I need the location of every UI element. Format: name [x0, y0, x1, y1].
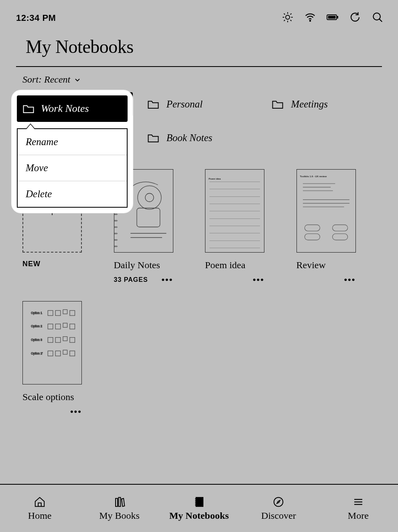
- notebook-title: Scale options: [22, 392, 102, 403]
- svg-rect-26: [305, 234, 320, 240]
- svg-line-7: [284, 20, 285, 21]
- svg-point-16: [145, 193, 154, 202]
- svg-rect-17: [137, 208, 160, 227]
- sort-label: Sort: Recent: [22, 74, 70, 85]
- thumb-heading: Toolkits 1.6 - UX review: [300, 175, 327, 178]
- context-target-folder[interactable]: Work Notes: [17, 95, 128, 122]
- svg-rect-50: [196, 497, 203, 506]
- notebook-icon: [193, 496, 205, 508]
- svg-rect-32: [70, 311, 75, 316]
- svg-line-6: [290, 20, 292, 21]
- more-icon[interactable]: •••: [344, 275, 355, 285]
- notebook-scale-options[interactable]: Option 1 Option 2 Option 3 Option 2' Sca…: [22, 301, 102, 417]
- svg-rect-31: [63, 309, 67, 314]
- folder-label: Book Notes: [167, 132, 213, 144]
- status-icons: [282, 11, 384, 25]
- svg-line-14: [379, 19, 382, 22]
- notebook-poem-idea[interactable]: Poem idea Poem idea •••: [205, 169, 284, 285]
- books-icon: [114, 496, 126, 508]
- folder-context-popover: Work Notes Rename Move Delete: [12, 91, 132, 212]
- more-icon[interactable]: •••: [161, 275, 173, 285]
- menu-item-delete[interactable]: Delete: [18, 181, 127, 207]
- svg-rect-44: [48, 351, 53, 356]
- svg-rect-12: [337, 16, 338, 18]
- context-menu: Rename Move Delete: [17, 128, 128, 208]
- page-header: My Notebooks: [0, 32, 398, 57]
- folder-personal[interactable]: Personal: [141, 92, 258, 116]
- more-icon[interactable]: •••: [253, 275, 264, 285]
- sync-icon[interactable]: [349, 11, 361, 25]
- compass-icon: [272, 496, 284, 508]
- clock: 12:34 PM: [16, 13, 56, 23]
- menu-item-move[interactable]: Move: [18, 155, 127, 181]
- sort-dropdown[interactable]: Sort: Recent: [22, 74, 81, 85]
- nav-label: More: [348, 510, 369, 521]
- folder-book-notes[interactable]: Book Notes: [141, 126, 258, 150]
- svg-rect-37: [70, 324, 75, 329]
- nav-label: My Books: [99, 510, 140, 521]
- brightness-icon[interactable]: [282, 11, 294, 25]
- more-icon[interactable]: •••: [70, 407, 82, 417]
- svg-rect-48: [116, 498, 118, 506]
- svg-rect-24: [305, 225, 320, 231]
- nav-discover[interactable]: Discover: [239, 485, 318, 532]
- svg-point-55: [274, 497, 283, 506]
- svg-text:Option 3: Option 3: [31, 338, 42, 342]
- svg-rect-11: [328, 16, 336, 19]
- notebook-pages: 33 PAGES: [114, 276, 148, 283]
- thumb-heading: Poem idea: [209, 178, 221, 180]
- svg-line-8: [290, 14, 292, 15]
- nav-label: Discover: [261, 510, 296, 521]
- svg-line-5: [284, 14, 285, 15]
- svg-rect-45: [55, 351, 61, 356]
- battery-icon[interactable]: [327, 11, 339, 25]
- nav-my-books[interactable]: My Books: [79, 485, 159, 532]
- nav-more[interactable]: More: [319, 485, 398, 532]
- svg-rect-27: [332, 234, 347, 240]
- notebook-review[interactable]: Toolkits 1.6 - UX review Review •••: [296, 169, 376, 285]
- svg-rect-29: [48, 311, 53, 316]
- svg-point-15: [138, 186, 161, 209]
- nav-label: Home: [28, 510, 52, 521]
- folder-icon: [147, 133, 159, 143]
- svg-rect-47: [70, 351, 75, 356]
- folder-icon: [272, 99, 284, 109]
- notebook-title: Daily Notes: [114, 260, 193, 271]
- svg-text:Option 2': Option 2': [31, 352, 43, 355]
- chevron-down-icon: [74, 77, 81, 83]
- menu-item-rename[interactable]: Rename: [18, 129, 127, 155]
- svg-rect-46: [63, 350, 67, 354]
- notebook-thumb[interactable]: Poem idea: [205, 169, 264, 253]
- folder-icon: [147, 99, 159, 109]
- status-bar: 12:34 PM: [0, 0, 398, 32]
- svg-text:Option 2: Option 2: [31, 325, 42, 328]
- svg-rect-25: [332, 225, 347, 231]
- folder-meetings[interactable]: Meetings: [265, 92, 382, 116]
- svg-rect-41: [63, 337, 67, 341]
- svg-rect-36: [63, 323, 67, 328]
- svg-rect-34: [48, 324, 53, 329]
- svg-rect-40: [55, 338, 61, 343]
- folder-icon: [22, 103, 35, 114]
- svg-rect-39: [48, 338, 53, 343]
- notebook-thumb[interactable]: Option 1 Option 2 Option 3 Option 2': [22, 301, 82, 384]
- svg-point-13: [373, 13, 380, 20]
- svg-rect-42: [70, 338, 75, 343]
- wifi-icon[interactable]: [304, 11, 316, 25]
- folder-label: Meetings: [291, 99, 328, 110]
- svg-rect-30: [55, 311, 61, 316]
- svg-point-0: [286, 15, 290, 19]
- notebook-title: Review: [296, 260, 376, 271]
- notebook-thumb[interactable]: Toolkits 1.6 - UX review: [296, 169, 356, 253]
- folder-label: Personal: [167, 99, 203, 110]
- nav-home[interactable]: Home: [0, 485, 79, 532]
- nav-label: My Notebooks: [169, 510, 229, 521]
- notebook-title: Poem idea: [205, 260, 284, 271]
- menu-icon: [352, 496, 364, 508]
- search-icon[interactable]: [372, 11, 384, 25]
- bottom-nav: Home My Books My Notebooks Discover More: [0, 484, 398, 532]
- new-notebook-label: NEW: [22, 260, 102, 268]
- nav-my-notebooks[interactable]: My Notebooks: [159, 485, 239, 532]
- page-title: My Notebooks: [26, 36, 372, 57]
- context-target-label: Work Notes: [41, 103, 89, 115]
